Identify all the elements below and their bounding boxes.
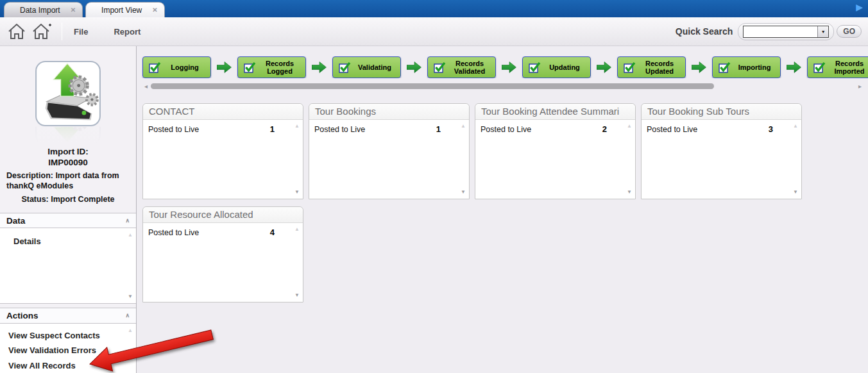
scroll-up-icon[interactable]: ▲ bbox=[294, 123, 300, 129]
workflow-scrollbar: ◂ ▸ bbox=[140, 82, 862, 91]
close-icon[interactable]: ✕ bbox=[71, 6, 76, 13]
scroll-up-icon[interactable]: ▲ bbox=[461, 123, 466, 129]
flow-arrow-icon bbox=[217, 62, 232, 73]
panel-row-value: 2 bbox=[602, 124, 607, 134]
workflow-step[interactable]: Records Updated bbox=[617, 56, 686, 78]
collapse-chevron-icon[interactable]: ∧ bbox=[125, 217, 130, 224]
panel-scrollbar: ▲ ▼ bbox=[624, 120, 635, 199]
workflow-step[interactable]: Validating bbox=[332, 56, 401, 78]
home-icon[interactable] bbox=[6, 22, 27, 41]
workflow-step[interactable]: Records Imported bbox=[807, 56, 868, 78]
data-section-panel: Details ▲ ▼ bbox=[0, 228, 136, 304]
home-add-icon[interactable] bbox=[31, 22, 53, 41]
workflow-step[interactable]: Importing bbox=[712, 56, 781, 78]
panel-title: Tour Booking Attendee Summari bbox=[475, 104, 635, 120]
import-icon bbox=[35, 60, 101, 127]
panel-row[interactable]: Posted to Live 3 bbox=[647, 124, 790, 134]
import-icon-reflection bbox=[35, 127, 101, 146]
menu-file[interactable]: File bbox=[70, 27, 110, 37]
checked-checkbox-icon bbox=[624, 62, 636, 74]
action-link[interactable]: View Suspect Contacts bbox=[8, 328, 136, 344]
record-panel: Tour Booking Sub Tours Posted to Live 3 … bbox=[641, 103, 802, 199]
dropdown-arrow-icon[interactable]: ▼ bbox=[817, 26, 828, 37]
checked-checkbox-icon bbox=[149, 62, 162, 74]
scroll-up-icon[interactable]: ▲ bbox=[128, 327, 133, 333]
checked-checkbox-icon bbox=[339, 62, 352, 74]
scroll-down-icon[interactable]: ▼ bbox=[294, 292, 300, 298]
data-section-header[interactable]: Data ∧ bbox=[0, 213, 136, 228]
checked-checkbox-icon bbox=[244, 62, 257, 74]
tab-label: Import View bbox=[101, 6, 142, 15]
tab-data-import[interactable]: Data Import ✕ bbox=[4, 2, 83, 17]
workflow-step-label: Logging bbox=[162, 63, 210, 71]
checked-checkbox-icon bbox=[529, 62, 541, 74]
panel-row-value: 4 bbox=[270, 228, 275, 237]
panel-title: Tour Resource Allocated bbox=[143, 207, 303, 223]
scroll-up-icon[interactable]: ▲ bbox=[294, 226, 300, 232]
flow-arrow-icon bbox=[407, 62, 421, 73]
scroll-left-icon[interactable]: ◂ bbox=[144, 83, 148, 90]
go-button[interactable]: GO bbox=[837, 25, 862, 38]
actions-list: View Suspect Contacts View Validation Er… bbox=[0, 324, 136, 373]
panel-row-value: 1 bbox=[436, 124, 441, 134]
workflow-step-label: Updating bbox=[541, 63, 590, 71]
actions-section-header[interactable]: Actions ∧ bbox=[0, 308, 136, 323]
panel-title: Tour Bookings bbox=[309, 104, 469, 120]
panel-rows: Posted to Live 4 bbox=[143, 223, 291, 302]
sidebar-item-details[interactable]: Details bbox=[0, 228, 136, 246]
tab-bar: Data Import ✕ Import View ✕ ▶ bbox=[0, 0, 868, 17]
close-icon[interactable]: ✕ bbox=[152, 6, 157, 13]
flow-arrow-icon bbox=[597, 62, 611, 73]
panel-rows: Posted to Live 3 bbox=[642, 120, 790, 199]
collapse-chevron-icon[interactable]: ∧ bbox=[125, 312, 130, 319]
import-id-label: Import ID: bbox=[0, 146, 136, 157]
panel-row[interactable]: Posted to Live 1 bbox=[148, 124, 291, 134]
flow-arrow-icon bbox=[502, 62, 516, 73]
workflow-step[interactable]: Records Logged bbox=[237, 56, 306, 78]
panel-row-label: Posted to Live bbox=[647, 125, 697, 134]
workflow-strip: Logging Records Logged Validating bbox=[137, 56, 868, 78]
toolbar: File Report Quick Search ▼ GO bbox=[0, 17, 868, 46]
panel-scrollbar: ▲ ▼ bbox=[291, 223, 303, 302]
scroll-down-icon[interactable]: ▼ bbox=[294, 189, 300, 195]
panel-row[interactable]: Posted to Live 1 bbox=[314, 124, 457, 134]
scroll-down-icon[interactable]: ▼ bbox=[461, 189, 466, 195]
tab-import-view[interactable]: Import View ✕ bbox=[85, 2, 165, 17]
panel-row[interactable]: Posted to Live 2 bbox=[481, 124, 624, 134]
scrollbar-thumb[interactable] bbox=[151, 83, 714, 89]
workflow-step[interactable]: Updating bbox=[522, 56, 591, 78]
quick-search-input[interactable] bbox=[744, 26, 817, 37]
panel-row-label: Posted to Live bbox=[314, 125, 365, 134]
action-link[interactable]: View Validation Errors bbox=[8, 343, 136, 358]
scroll-right-icon[interactable]: ▸ bbox=[858, 83, 862, 90]
checked-checkbox-icon bbox=[813, 62, 826, 74]
workflow-step-label: Importing bbox=[731, 63, 780, 71]
flow-arrow-icon bbox=[312, 62, 327, 73]
workflow-step-label: Records Updated bbox=[636, 60, 685, 75]
record-panel: Tour Booking Attendee Summari Posted to … bbox=[475, 103, 636, 199]
menu-report[interactable]: Report bbox=[110, 27, 162, 37]
workflow-step-label: Records Imported bbox=[826, 60, 868, 75]
scroll-up-icon[interactable]: ▲ bbox=[627, 123, 632, 129]
panel-title: Tour Booking Sub Tours bbox=[642, 104, 801, 120]
scroll-up-icon[interactable]: ▲ bbox=[128, 232, 133, 238]
checked-checkbox-icon bbox=[719, 62, 731, 74]
tab-scroll-right-icon[interactable]: ▶ bbox=[856, 3, 863, 12]
data-section-title: Data bbox=[6, 216, 125, 226]
scroll-down-icon[interactable]: ▼ bbox=[793, 189, 798, 195]
scroll-up-icon[interactable]: ▲ bbox=[793, 123, 798, 129]
panel-rows: Posted to Live 1 bbox=[309, 120, 457, 199]
flow-arrow-icon bbox=[787, 62, 801, 73]
workflow-step-label: Validating bbox=[352, 63, 400, 71]
scroll-down-icon[interactable]: ▼ bbox=[627, 189, 632, 195]
panel-row[interactable]: Posted to Live 4 bbox=[148, 228, 291, 237]
panel-row-label: Posted to Live bbox=[481, 125, 531, 134]
sidebar: Import ID: IMP00090 Description: Import … bbox=[0, 46, 137, 373]
import-id-value: IMP00090 bbox=[0, 157, 136, 168]
checked-checkbox-icon bbox=[434, 62, 447, 74]
workflow-step[interactable]: Records Validated bbox=[427, 56, 496, 78]
workflow-step[interactable]: Logging bbox=[142, 56, 211, 78]
record-panel: CONTACT Posted to Live 1 ▲ ▼ bbox=[142, 103, 303, 199]
action-link[interactable]: View All Records bbox=[8, 358, 136, 373]
scroll-down-icon[interactable]: ▼ bbox=[128, 294, 133, 299]
